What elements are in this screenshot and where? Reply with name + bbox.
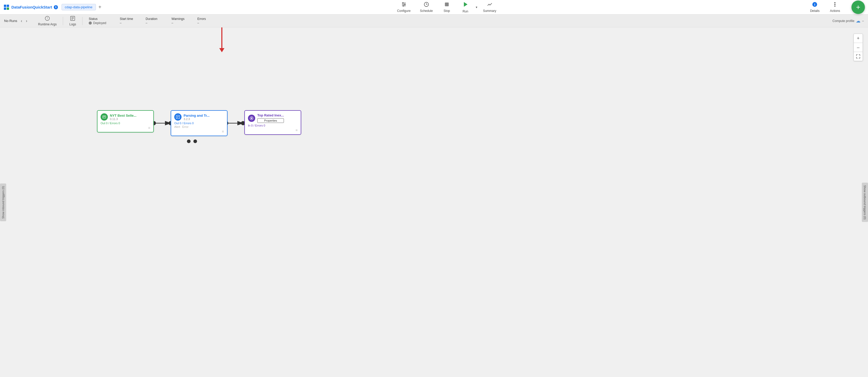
node3-menu-icon[interactable]: ≡	[296, 128, 298, 132]
run-button[interactable]: Run	[456, 0, 475, 15]
node-sink: Top Rated Inex... Properties In 0 / Erro…	[244, 110, 301, 135]
node2-header: Parsing and Tr... 3.2.3	[174, 113, 224, 121]
app-info-icon[interactable]: ℹ	[54, 5, 58, 9]
duration-header: Duration	[146, 17, 161, 21]
node1-version: 0.11.3	[110, 117, 136, 121]
node2-title-block: Parsing and Tr... 3.2.3	[184, 114, 210, 121]
warnings-header: Warnings	[172, 17, 187, 21]
run-divider-1	[63, 17, 63, 25]
svg-rect-0	[4, 5, 6, 7]
errors-value: –	[197, 21, 213, 25]
red-arrow-head	[219, 48, 224, 52]
svg-point-18	[835, 4, 835, 5]
svg-point-17	[835, 2, 835, 3]
duration-value: –	[146, 21, 161, 25]
pipeline-tab[interactable]: cdap-data-pipeline	[62, 4, 96, 10]
configure-icon	[401, 2, 407, 8]
zoom-in-button[interactable]: +	[854, 34, 863, 43]
outbound-triggers-panel[interactable]: Show outbound triggers (0)	[862, 182, 868, 222]
node2-version: 3.2.3	[184, 117, 210, 121]
summary-button[interactable]: Summary	[478, 0, 501, 14]
node1-stats: Out 0 / Errors 0	[100, 122, 150, 125]
status-header: Status	[89, 17, 110, 21]
run-prev-button[interactable]: ‹	[20, 18, 24, 24]
svg-point-9	[403, 5, 404, 6]
details-icon: i	[812, 2, 817, 8]
zoom-fit-button[interactable]	[854, 52, 863, 61]
app-logo-icon	[3, 4, 10, 10]
node2-icon	[174, 113, 182, 121]
stop-label: Stop	[444, 9, 450, 13]
start-time-header: Start time	[120, 17, 135, 21]
zoom-out-button[interactable]: –	[854, 43, 863, 52]
configure-button[interactable]: Configure	[393, 0, 415, 14]
node1-menu-icon[interactable]: ≡	[148, 126, 150, 130]
run-button-group: Run ▾	[456, 0, 478, 15]
app-logo: DataFusionQuickStart ℹ	[3, 4, 58, 10]
node3-name: Top Rated Inex...	[257, 113, 284, 117]
schedule-label: Schedule	[420, 9, 433, 13]
node3-properties-button[interactable]: Properties	[257, 118, 284, 123]
compute-profile-dash: –	[862, 19, 864, 23]
schedule-button[interactable]: Schedule	[415, 0, 437, 14]
no-runs-label: No Runs	[4, 19, 17, 23]
status-col: Status Deployed	[84, 17, 115, 25]
top-toolbar: DataFusionQuickStart ℹ cdap-data-pipelin…	[0, 0, 868, 14]
status-value: Deployed	[89, 21, 110, 25]
node2-alert-label: Alert	[174, 125, 180, 128]
node3-title-block: Top Rated Inex... Properties	[257, 113, 284, 123]
node2-alerts: Alert Error	[174, 125, 224, 128]
actions-button[interactable]: Actions	[826, 1, 844, 14]
runtime-args-label: Runtime Args	[38, 23, 57, 26]
svg-point-36	[193, 140, 197, 143]
zoom-controls: + –	[854, 34, 863, 61]
svg-point-8	[404, 4, 405, 5]
inbound-triggers-panel[interactable]: Show inbound triggers (0)	[0, 183, 6, 221]
runtime-args-col[interactable]: Runtime Args	[33, 16, 62, 26]
details-label: Details	[810, 9, 820, 13]
node1-name: NYT Best Selle...	[110, 114, 136, 117]
node2-name: Parsing and Tr...	[184, 114, 210, 117]
node3-icon	[248, 115, 255, 122]
logs-col[interactable]: Logs	[64, 16, 81, 26]
node3-stats: In 0 / Errors 0	[248, 124, 298, 127]
errors-col: Errors –	[192, 17, 218, 25]
run-dropdown-button[interactable]: ▾	[475, 0, 478, 15]
svg-point-7	[402, 3, 403, 4]
status-dot	[89, 22, 92, 25]
svg-point-45	[251, 117, 252, 119]
fab-button[interactable]: +	[851, 1, 865, 14]
node2-menu-icon[interactable]: ≡	[222, 129, 224, 134]
details-button[interactable]: i Details	[806, 1, 824, 14]
run-next-button[interactable]: ›	[24, 18, 29, 24]
node3-header: Top Rated Inex... Properties	[248, 113, 298, 123]
svg-rect-2	[4, 7, 6, 10]
compute-profile: Compute profile ☁ –	[833, 18, 864, 24]
pipeline-connections	[0, 27, 868, 377]
node-source: NYT Best Selle... 0.11.3 Out 0 / Errors …	[97, 110, 154, 133]
warnings-col: Warnings –	[166, 17, 192, 25]
logs-icon	[70, 16, 75, 23]
node1-footer: ≡	[100, 126, 150, 130]
node1-title-block: NYT Best Selle... 0.11.3	[110, 114, 136, 121]
run-navigation: ‹ ›	[20, 18, 29, 24]
configure-label: Configure	[397, 9, 411, 13]
svg-rect-3	[7, 7, 9, 10]
svg-rect-13	[445, 3, 449, 6]
start-time-value: –	[120, 21, 135, 25]
svg-point-35	[187, 140, 191, 143]
status-text: Deployed	[93, 21, 106, 25]
node3-footer: ≡	[248, 128, 298, 132]
node1-header: NYT Best Selle... 0.11.3	[100, 113, 150, 121]
toolbar-center: Configure Schedule Stop	[393, 0, 501, 15]
stop-button[interactable]: Stop	[437, 0, 456, 14]
app-title: DataFusionQuickStart	[11, 5, 52, 9]
svg-rect-1	[7, 5, 9, 7]
run-bar: No Runs ‹ › Runtime Args Logs Status	[0, 14, 868, 27]
run-divider-2	[82, 17, 83, 25]
summary-label: Summary	[483, 9, 496, 13]
warnings-value: –	[172, 21, 187, 25]
compute-profile-label: Compute profile	[833, 19, 855, 23]
node2-error-label: Error	[182, 125, 188, 128]
add-tab-button[interactable]: +	[97, 4, 103, 10]
